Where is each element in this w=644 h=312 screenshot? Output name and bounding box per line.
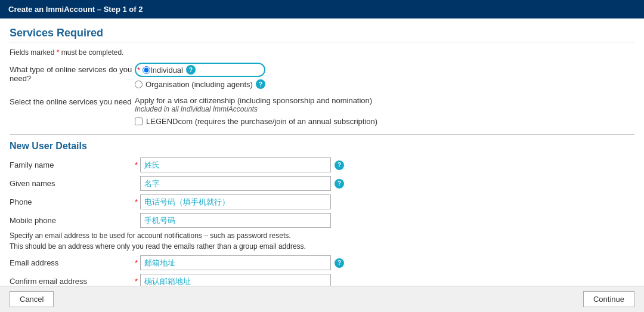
- email-note1: Specify an email address to be used for …: [10, 231, 634, 240]
- service-type-label: What type of online services do you need…: [10, 63, 135, 83]
- individual-radio[interactable]: [143, 66, 150, 74]
- mobile-phone-spacer: *: [135, 216, 138, 225]
- phone-row: Phone *: [10, 194, 634, 209]
- given-names-label: Given names: [10, 179, 135, 188]
- organisation-label: Organisation (including agents): [145, 80, 253, 89]
- page-header: Create an ImmiAccount – Step 1 of 2: [0, 0, 644, 18]
- fields-note: Fields marked * must be completed.: [10, 48, 634, 57]
- email-row: Email address * ?: [10, 255, 634, 270]
- confirm-email-label: Confirm email address: [10, 277, 135, 286]
- email-input-group: * ?: [135, 255, 344, 270]
- email-help-icon[interactable]: ?: [335, 258, 344, 268]
- mobile-phone-label: Mobile phone: [10, 216, 135, 225]
- service-type-options: * Individual ? Organisation (including a…: [135, 63, 634, 91]
- legendcom-row: LEGENDcom (requires the purchase/join of…: [135, 117, 634, 126]
- header-title: Create an ImmiAccount – Step 1 of 2: [8, 5, 143, 14]
- fields-note-text2: must be completed.: [61, 48, 124, 57]
- family-name-input[interactable]: [140, 157, 331, 172]
- phone-input-group: *: [135, 194, 331, 209]
- email-note2: This should be an address where only you…: [10, 242, 634, 251]
- organisation-radio[interactable]: [135, 81, 143, 88]
- email-label: Email address: [10, 258, 135, 267]
- section-divider: [10, 134, 634, 135]
- legendcom-label: LEGENDcom (requires the purchase/join of…: [146, 117, 377, 126]
- fields-note-text: Fields marked: [10, 48, 54, 57]
- service-type-row: What type of online services do you need…: [10, 63, 634, 91]
- family-name-help-icon[interactable]: ?: [335, 160, 344, 170]
- included-note: Included in all Individual ImmiAccounts: [135, 105, 634, 113]
- organisation-option[interactable]: Organisation (including agents) ?: [135, 79, 265, 89]
- email-input[interactable]: [140, 255, 331, 270]
- select-services-label: Select the online services you need: [10, 96, 135, 106]
- mobile-phone-row: Mobile phone *: [10, 213, 634, 228]
- service-description: Apply for a visa or citizenship (includi…: [135, 96, 634, 105]
- new-user-details-title: New User Details: [10, 141, 634, 152]
- family-name-required: *: [135, 160, 138, 169]
- main-content: Services Required Fields marked * must b…: [0, 18, 644, 312]
- cancel-button[interactable]: Cancel: [10, 291, 54, 307]
- given-names-input[interactable]: [140, 176, 331, 191]
- given-names-input-group: * ?: [135, 176, 344, 191]
- radio-group: * Individual ? Organisation (including a…: [135, 63, 265, 91]
- required-asterisk: *: [57, 48, 61, 57]
- footer-bar: Cancel Continue: [0, 286, 644, 312]
- services-options: Apply for a visa or citizenship (includi…: [135, 96, 634, 126]
- organisation-help-icon[interactable]: ?: [256, 79, 265, 89]
- required-star: *: [137, 66, 140, 75]
- mobile-phone-input-group: *: [135, 213, 331, 228]
- confirm-email-required: *: [135, 277, 138, 286]
- email-required: *: [135, 258, 138, 267]
- family-name-label: Family name: [10, 160, 135, 169]
- individual-option-circle[interactable]: * Individual ?: [135, 63, 265, 77]
- select-services-row: Select the online services you need Appl…: [10, 96, 634, 126]
- individual-help-icon[interactable]: ?: [186, 65, 196, 75]
- phone-required: *: [135, 197, 138, 206]
- phone-label: Phone: [10, 197, 135, 206]
- given-names-spacer: *: [135, 179, 138, 188]
- continue-button[interactable]: Continue: [583, 291, 634, 307]
- family-name-row: Family name * ?: [10, 157, 634, 172]
- services-required-title: Services Required: [10, 27, 634, 42]
- family-name-input-group: * ?: [135, 157, 344, 172]
- given-names-row: Given names * ?: [10, 176, 634, 191]
- phone-input[interactable]: [140, 194, 331, 209]
- given-names-help-icon[interactable]: ?: [335, 179, 344, 189]
- individual-label: Individual: [150, 66, 183, 75]
- legendcom-checkbox[interactable]: [135, 118, 143, 125]
- mobile-phone-input[interactable]: [140, 213, 331, 228]
